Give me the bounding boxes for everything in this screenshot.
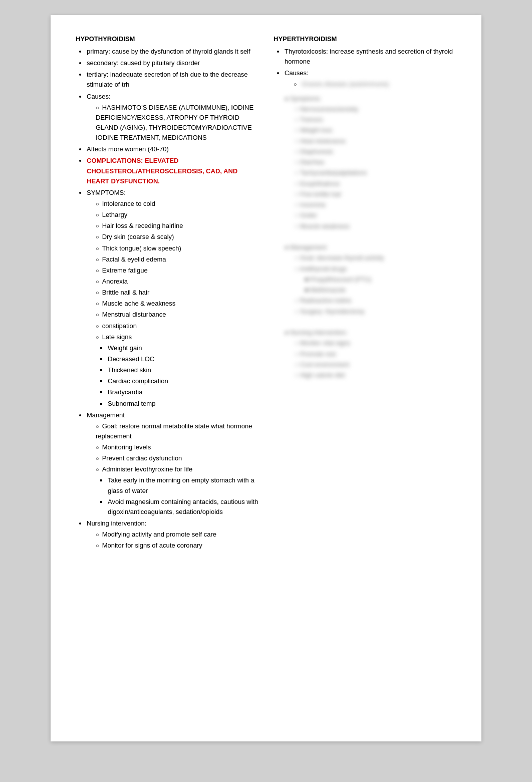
list-item: Bradycardia [108,387,258,397]
list-item: Thickened skin [108,365,258,375]
list-item: Menstrual disturbance [96,310,258,320]
list-item: Brittle nail & hair [96,288,258,298]
left-column: HYPOTHYROIDISM primary: cause by the dys… [76,35,258,552]
list-item: Administer levothyroxine for life Take e… [96,464,258,517]
list-item: primary: cause by the dysfunction of thy… [87,47,258,57]
right-column: HYPERTHYROIDISM Thyrotoxicosis: increase… [274,35,456,382]
list-item: Cardiac complication [108,376,258,386]
list-item: Prevent cardiac dysfunction [96,453,258,463]
list-item: Anorexia [96,277,258,287]
list-item: Goal: restore normal metabolite state wh… [96,421,258,441]
list-item: Avoid magnesium containing antacids, cau… [108,497,258,517]
list-item: Take early in the morning on empty stoma… [108,475,258,495]
complications-text: COMPLICATIONS: ELEVATED CHOLESTEROL/ATHE… [87,157,237,184]
blurred-item: Graves disease (autoimmune) [294,79,456,89]
list-item: Thyrotoxicosis: increase synthesis and s… [285,47,456,67]
list-item: Dry skin (coarse & scaly) [96,232,258,242]
list-item: Muscle ache & weakness [96,299,258,309]
complications-item: COMPLICATIONS: ELEVATED CHOLESTEROL/ATHE… [87,156,258,186]
list-item: HASHIMOTO'S DISEASE (AUTOIMMUNE), IODINE… [96,103,258,143]
left-list: primary: cause by the dysfunction of thy… [76,47,258,551]
list-item: secondary: caused by pituitary disorder [87,58,258,68]
blurred-section: ● Symptoms: ○ Nervousness/anxiety ○ Trem… [285,94,456,381]
list-item: Monitor for signs of acute coronary [96,541,258,551]
list-item: Extreme fatigue [96,266,258,276]
page: HYPOTHYROIDISM primary: cause by the dys… [51,15,481,741]
list-item: Intolerance to cold [96,199,258,209]
right-list: Thyrotoxicosis: increase synthesis and s… [274,47,456,381]
management-item: Management Goal: restore normal metaboli… [87,410,258,517]
list-item: Monitoring levels [96,442,258,452]
late-signs-item: Late signs Weight gain Decreased LOC Thi… [96,332,258,409]
list-item: Subnormal temp [108,399,258,409]
list-item: tertiary: inadequate secretion of tsh du… [87,70,258,90]
list-item: Hair loss & receding hairline [96,221,258,231]
list-item: Causes: Graves disease (autoimmune) [285,68,456,89]
list-item: Lethargy [96,210,258,220]
list-item: Thick tongue( slow speech) [96,243,258,253]
list-item: SYMPTOMS: Intolerance to cold Lethargy H… [87,188,258,409]
list-item: Causes: HASHIMOTO'S DISEASE (AUTOIMMUNE)… [87,92,258,143]
right-title: HYPERTHYROIDISM [274,35,456,43]
nursing-item: Nursing intervention: Modifying activity… [87,518,258,551]
left-title: HYPOTHYROIDISM [76,35,258,43]
list-item: Weight gain [108,343,258,353]
list-item: constipation [96,321,258,331]
list-item: Affects more women (40-70) [87,144,258,154]
list-item: Modifying activity and promote self care [96,530,258,540]
list-item: Decreased LOC [108,354,258,364]
list-item: Facial & eyelid edema [96,254,258,265]
